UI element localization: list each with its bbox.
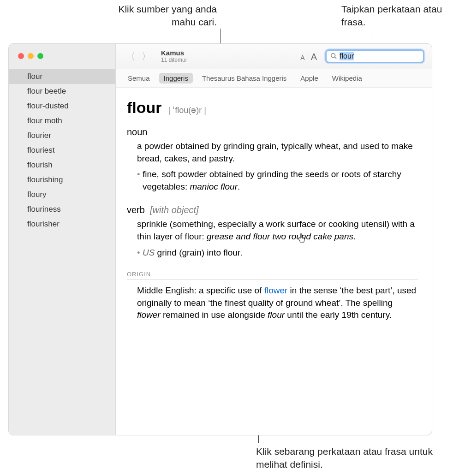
callout-source: Klik sumber yang anda mahu cari. [92, 3, 217, 29]
sidebar-item[interactable]: flourisher [9, 217, 115, 232]
text: . [353, 232, 356, 241]
grammar-note: [with object] [150, 205, 199, 215]
pos-noun: noun [127, 127, 418, 137]
sidebar-item[interactable]: flouriness [9, 202, 115, 217]
sidebar-item[interactable]: floury [9, 187, 115, 202]
verb-subdefinition: US grind (grain) into flour. [137, 247, 418, 259]
sidebar-item[interactable]: flour beetle [9, 84, 115, 99]
source-tab[interactable]: Thesaurus Bahasa Inggeris [197, 73, 291, 83]
italic: flour [268, 310, 285, 320]
callout-search: Taipkan perkataan atau frasa. [341, 3, 457, 29]
toolbar: 〈 〉 Kamus 11 ditemui A A ✕ [116, 44, 432, 69]
clear-search-button[interactable]: ✕ [432, 53, 432, 60]
example: grease and flour two round cake pans [207, 232, 353, 241]
font-size-controls: A A [300, 51, 317, 62]
text: until the early 19th century. [285, 310, 392, 320]
region-label: US [143, 248, 155, 257]
headword-row: flour | ˈflou(ə)r | [127, 99, 418, 117]
search-input[interactable] [340, 52, 432, 60]
source-tab[interactable]: Wikipedia [328, 73, 367, 83]
pronunciation: | ˈflou(ə)r | [168, 105, 206, 115]
text: fine, soft powder obtained by grinding t… [143, 169, 401, 191]
source-tab[interactable]: Apple [296, 73, 322, 83]
pos-label: verb [127, 205, 145, 215]
forward-button[interactable]: 〉 [139, 49, 154, 64]
search-icon [330, 53, 337, 60]
noun-block: noun a powder obtained by grinding grain… [127, 127, 418, 193]
text: sprinkle (something, especially a [137, 219, 266, 229]
toolbar-subtitle: 11 ditemui [161, 57, 186, 63]
sidebar: flourflour beetleflour-dustedflour mothf… [9, 44, 116, 435]
noun-definition: a powder obtained by grinding grain, typ… [137, 140, 418, 165]
verb-definition: sprinkle (something, especially a work s… [137, 218, 418, 243]
close-button[interactable] [18, 53, 24, 59]
linked-phrase[interactable]: work surface [266, 219, 316, 229]
italic: flower [137, 310, 161, 320]
verb-block: verb [with object] sprinkle (something, … [127, 205, 418, 259]
pos-verb: verb [with object] [127, 205, 418, 215]
main-pane: 〈 〉 Kamus 11 ditemui A A ✕ SemuaInggeri [116, 44, 432, 435]
search-box[interactable]: ✕ [325, 49, 424, 63]
window-controls [18, 53, 43, 59]
sidebar-item[interactable]: flour [9, 69, 115, 84]
sidebar-item[interactable]: flourish [9, 158, 115, 173]
sidebar-item[interactable]: flour moth [9, 113, 115, 128]
divider [308, 51, 308, 60]
sidebar-item[interactable]: flour-dusted [9, 99, 115, 113]
font-increase-button[interactable]: A [311, 52, 317, 62]
example: manioc flour [190, 182, 238, 191]
svg-line-1 [335, 57, 337, 59]
text: grind (grain) into flour. [155, 248, 242, 257]
back-button[interactable]: 〈 [123, 49, 138, 64]
text: . [238, 182, 240, 191]
text: remained in use alongside [161, 310, 268, 320]
headword: flour [127, 99, 162, 117]
svg-point-0 [331, 53, 335, 57]
origin-heading: ORIGIN [127, 271, 418, 280]
noun-subdefinition: fine, soft powder obtained by grinding t… [137, 168, 418, 193]
sidebar-item[interactable]: flouriest [9, 143, 115, 158]
toolbar-title: Kamus [161, 49, 186, 57]
callout-click-word: Klik sebarang perkataan atau frasa untuk… [256, 445, 450, 471]
source-tab[interactable]: Inggeris [159, 73, 193, 83]
definition-content: flour | ˈflou(ə)r | noun a powder obtain… [116, 88, 432, 333]
nav-arrows: 〈 〉 [123, 49, 154, 64]
origin-link[interactable]: flower [264, 286, 288, 295]
text: Middle English: a specific use of [137, 286, 264, 295]
sidebar-item[interactable]: flourishing [9, 173, 115, 187]
minimize-button[interactable] [28, 53, 34, 59]
sidebar-item[interactable]: flourier [9, 128, 115, 143]
fullscreen-button[interactable] [37, 53, 43, 59]
source-tabs: SemuaInggerisThesaurus Bahasa InggerisAp… [116, 69, 432, 88]
origin-text: Middle English: a specific use of flower… [137, 285, 418, 321]
source-tab[interactable]: Semua [123, 73, 155, 83]
dictionary-window: flourflour beetleflour-dustedflour mothf… [8, 43, 432, 435]
font-decrease-button[interactable]: A [300, 54, 304, 61]
title-block: Kamus 11 ditemui [161, 49, 186, 63]
